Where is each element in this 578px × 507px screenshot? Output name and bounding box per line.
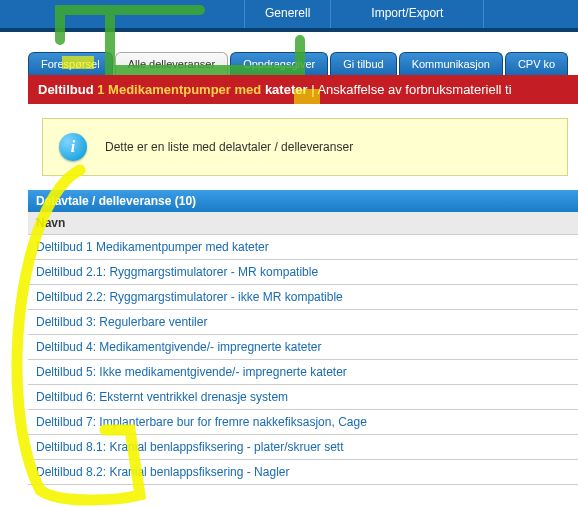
topnav-spacer xyxy=(0,0,245,28)
info-box: i Dette er en liste med delavtaler / del… xyxy=(42,118,568,176)
list-item[interactable]: Deltilbud 3: Regulerbare ventiler xyxy=(28,310,578,335)
tab-gi-tilbud[interactable]: Gi tilbud xyxy=(330,52,396,75)
topnav-import-export[interactable]: Import/Export xyxy=(331,0,484,28)
info-icon: i xyxy=(59,133,87,161)
tab-foresporsel[interactable]: Forespørsel xyxy=(28,52,113,75)
title-main: Medikamentpumper med xyxy=(108,82,261,97)
list-item[interactable]: Deltilbud 8.2: Kranial benlappsfiksering… xyxy=(28,460,578,485)
column-header-name: Navn xyxy=(28,212,578,235)
list-item[interactable]: Deltilbud 7: Implanterbare bur for fremr… xyxy=(28,410,578,435)
rows-container: Deltilbud 1 Medikamentpumper med kateter… xyxy=(28,235,578,485)
info-text: Dette er en liste med delavtaler / delle… xyxy=(105,140,353,154)
title-number: 1 xyxy=(97,82,104,97)
tab-cpv[interactable]: CPV ko xyxy=(505,52,568,75)
section-header: Delavtale / delleveranse (10) xyxy=(28,190,578,212)
tab-oppdragsgiver[interactable]: Oppdragsgiver xyxy=(230,52,328,75)
list-item[interactable]: Deltilbud 8.1: Kranial benlappsfiksering… xyxy=(28,435,578,460)
list-item[interactable]: Deltilbud 1 Medikamentpumper med kateter xyxy=(28,235,578,260)
tab-kommunikasjon[interactable]: Kommunikasjon xyxy=(399,52,503,75)
list-item[interactable]: Deltilbud 2.2: Ryggmargstimulatorer - ik… xyxy=(28,285,578,310)
list-item[interactable]: Deltilbud 6: Eksternt ventrikkel drenasj… xyxy=(28,385,578,410)
title-prefix: Deltilbud xyxy=(38,82,94,97)
list-item[interactable]: Deltilbud 2.1: Ryggmargstimulatorer - MR… xyxy=(28,260,578,285)
list-item[interactable]: Deltilbud 5: Ikke medikamentgivende/- im… xyxy=(28,360,578,385)
title-last: kateter xyxy=(265,82,308,97)
topnav-generell[interactable]: Generell xyxy=(245,0,331,28)
topnav-divider xyxy=(0,28,578,32)
tab-bar: Forespørsel Alle delleveranser Oppdragsg… xyxy=(28,52,578,75)
top-navigation: Generell Import/Export xyxy=(0,0,578,28)
title-suffix: Anskaffelse av forbruksmateriell ti xyxy=(317,82,511,97)
list-item[interactable]: Deltilbud 4: Medikamentgivende/- impregn… xyxy=(28,335,578,360)
title-bar: Deltilbud 1 Medikamentpumper med kateter… xyxy=(28,75,578,104)
tab-alle-delleveranser[interactable]: Alle delleveranser xyxy=(115,52,228,75)
